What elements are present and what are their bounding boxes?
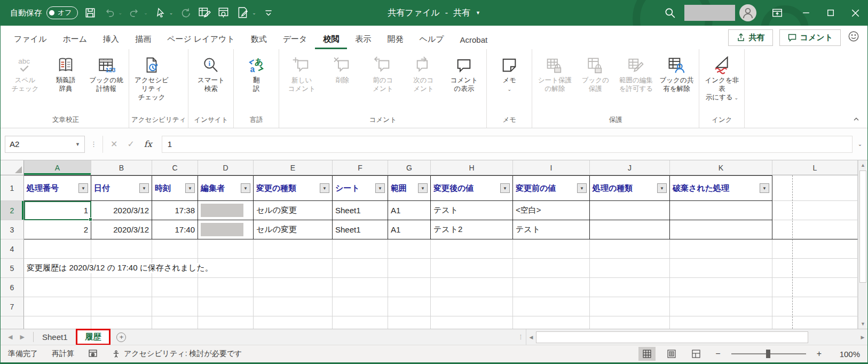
empty-cell[interactable] [670, 239, 772, 259]
tab-scroll-splitter[interactable]: ⁞ [516, 329, 526, 345]
horizontal-scrollbar[interactable]: ◀ ▶ [526, 329, 867, 345]
data-cell[interactable]: テスト2 [431, 220, 513, 239]
ribbon-tab-4[interactable]: ページ レイアウト [159, 28, 243, 49]
status-calculate[interactable]: 再計算 [52, 349, 74, 359]
data-cell[interactable] [670, 220, 772, 239]
filter-dropdown-button[interactable]: ▼ [375, 183, 385, 193]
empty-cell[interactable] [152, 297, 198, 316]
avatar[interactable] [739, 4, 756, 21]
filter-dropdown-button[interactable]: ▼ [320, 183, 329, 193]
empty-cell[interactable] [513, 316, 590, 329]
column-header-J[interactable]: J [590, 160, 670, 175]
translate-button[interactable]: あa翻 訳 [236, 51, 277, 93]
filter-dropdown-button[interactable]: ▼ [185, 183, 195, 193]
scroll-down-icon[interactable]: ▼ [858, 319, 867, 329]
empty-cell[interactable] [91, 316, 152, 329]
empty-cell[interactable] [198, 239, 254, 259]
empty-cell[interactable] [198, 278, 254, 297]
empty-cell[interactable] [24, 316, 91, 329]
page-layout-view-button[interactable] [663, 347, 680, 361]
empty-cell[interactable] [198, 316, 254, 329]
qat-inspect-button[interactable] [217, 6, 231, 20]
collapse-ribbon-button[interactable] [853, 115, 860, 125]
column-header-D[interactable]: D [198, 160, 254, 175]
share-button[interactable]: 共有 [728, 29, 773, 46]
qat-sheet-edit-button[interactable] [198, 6, 211, 20]
empty-cell[interactable] [152, 239, 198, 259]
search-button[interactable] [663, 6, 677, 20]
filter-dropdown-button[interactable]: ▼ [657, 183, 667, 193]
history-header-cell[interactable]: 範囲▼ [388, 175, 431, 201]
sheet-tab-1[interactable]: 履歴 [76, 329, 110, 345]
empty-cell[interactable] [670, 297, 772, 316]
empty-cell[interactable] [388, 278, 431, 297]
page-break-preview-button[interactable] [688, 347, 705, 361]
comments-button[interactable]: コメント [779, 29, 841, 46]
filter-dropdown-button[interactable]: ▼ [760, 183, 769, 193]
empty-cell[interactable] [24, 278, 91, 297]
name-box-caret-icon[interactable]: ▼ [75, 142, 80, 147]
filter-dropdown-button[interactable]: ▼ [418, 183, 428, 193]
qat-overflow-button[interactable] [262, 6, 275, 20]
accessibility-status[interactable]: アクセシビリティ: 検討が必要です [112, 349, 242, 359]
ribbon-tab-3[interactable]: 描画 [127, 28, 159, 49]
normal-view-button[interactable] [638, 347, 656, 361]
ribbon-display-options-button[interactable] [770, 6, 784, 20]
empty-cell[interactable] [333, 239, 388, 259]
expand-formula-bar-button[interactable]: ⌄ [853, 141, 867, 147]
save-button[interactable] [83, 6, 97, 20]
data-cell[interactable]: セルの変更 [254, 201, 333, 220]
history-header-cell[interactable]: シート▼ [333, 175, 388, 201]
column-header-L[interactable]: L [772, 160, 858, 175]
row-header-5[interactable]: 5 [1, 259, 24, 278]
data-cell[interactable]: 2020/3/12 [91, 201, 152, 220]
show-comments-button[interactable]: コメント の表示 [444, 51, 484, 93]
empty-cell[interactable] [590, 278, 670, 297]
data-cell[interactable] [198, 220, 254, 239]
empty-cell[interactable] [772, 278, 858, 297]
column-header-A[interactable]: A [24, 160, 91, 175]
filter-dropdown-button[interactable]: ▼ [78, 183, 88, 193]
qat-form-button[interactable] [236, 6, 250, 20]
zoom-slider-thumb[interactable] [766, 350, 770, 358]
autosave-toggle[interactable]: 自動保存 オフ [10, 6, 78, 19]
smart-lookup-button[interactable]: iスマート 検索 [191, 51, 231, 93]
history-header-cell[interactable]: 変更の種類▼ [254, 175, 333, 201]
workbook-stats-button[interactable]: 123ブックの統 計情報 [86, 51, 127, 93]
column-header-C[interactable]: C [152, 160, 198, 175]
empty-cell[interactable] [513, 297, 590, 316]
empty-cell[interactable] [772, 239, 858, 259]
data-cell[interactable] [670, 201, 772, 220]
empty-cell[interactable] [152, 278, 198, 297]
scroll-up-icon[interactable]: ▲ [858, 160, 867, 170]
notes-button[interactable]: メモ⌄ [489, 51, 530, 94]
empty-cell[interactable] [198, 297, 254, 316]
ribbon-tab-9[interactable]: 開発 [379, 28, 411, 49]
ribbon-tab-5[interactable]: 数式 [243, 28, 275, 49]
touch-mouse-mode-button[interactable] [153, 6, 167, 20]
scroll-right-icon[interactable]: ▶ [858, 335, 867, 340]
empty-cell[interactable] [590, 239, 670, 259]
row-header-1[interactable]: 1 [1, 175, 24, 201]
empty-cell[interactable] [590, 316, 670, 329]
ribbon-tab-11[interactable]: Acrobat [452, 29, 496, 49]
empty-cell[interactable] [254, 316, 333, 329]
history-header-cell[interactable]: 処理番号▼ [24, 175, 91, 201]
ribbon-tab-8[interactable]: 表示 [347, 28, 379, 49]
formula-bar-drag-handle[interactable]: ⋮ [90, 143, 97, 146]
column-header-B[interactable]: B [91, 160, 152, 175]
empty-cell[interactable] [152, 316, 198, 329]
data-cell[interactable]: テスト [431, 201, 513, 220]
data-cell[interactable]: Sheet1 [333, 220, 388, 239]
zoom-out-button[interactable]: − [712, 349, 723, 359]
filter-dropdown-button[interactable]: ▼ [577, 183, 587, 193]
row-header-7[interactable]: 7 [1, 297, 24, 316]
column-header-E[interactable]: E [254, 160, 333, 175]
row-header-2[interactable]: 2 [1, 201, 24, 220]
insert-function-button[interactable]: fx [144, 139, 152, 149]
data-cell[interactable] [772, 220, 858, 239]
ribbon-tab-7[interactable]: 校閲 [315, 28, 347, 49]
empty-cell[interactable] [772, 316, 858, 329]
empty-cell[interactable] [513, 278, 590, 297]
minimize-button[interactable] [794, 0, 818, 26]
